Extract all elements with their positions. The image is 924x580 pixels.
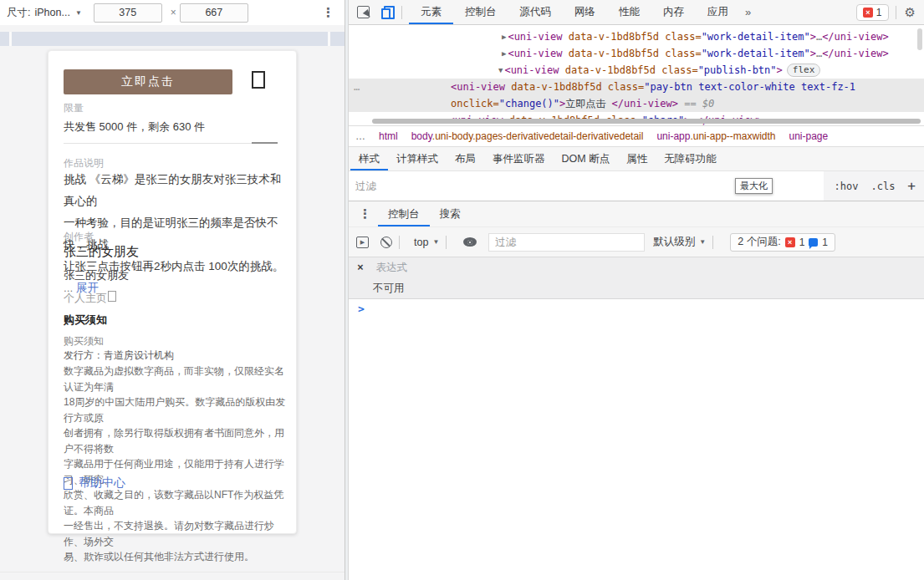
live-expression-eye-icon[interactable] [463,237,477,247]
drawer-kebab-menu-icon[interactable]: ⋮ [359,206,371,221]
elements-tree-row[interactable]: onclick="change()">立即点击 </uni-view> == $… [349,95,924,112]
console-filter-input[interactable] [488,233,645,252]
viewport-height-input[interactable] [180,3,248,23]
clear-console-icon[interactable] [380,237,392,248]
live-expression-block: × 表达式 不可用 [349,257,924,299]
breadcrumb-item[interactable]: uni-page [789,130,828,142]
code-segment: "work-detail-item" [702,48,810,59]
console-drawer-tab[interactable]: 控制台 [378,201,430,226]
devtools-panel: 元素控制台源代码网络性能内存应用 » × 1 ⚙ ▶<uni-view data… [349,0,924,580]
device-viewport: 立即点击 限量 共发售 5000 件，剩余 630 件 作品说明 挑战 《云梯》… [0,25,345,580]
issues-counter[interactable]: 2 个问题: × 1 1 [730,233,835,252]
tree-expand-icon[interactable]: ▶ [502,49,506,58]
cta-button[interactable]: 立即点击 [64,69,232,94]
breadcrumb-item[interactable]: html [379,130,398,142]
stock-text: 共发售 5000 件，剩余 630 件 [64,120,205,135]
close-icon[interactable]: × [352,257,369,278]
gear-icon[interactable]: ⚙ [905,5,916,20]
error-icon: × [863,8,873,18]
devtools-main-tab[interactable]: 应用 [696,0,740,24]
devtools-main-tab[interactable]: 内存 [651,0,696,24]
code-segment: class= [656,64,698,76]
code-segment: </uni-view> [822,48,888,59]
inspect-element-icon[interactable] [357,6,370,18]
separator [896,6,896,19]
breadcrumb-item[interactable]: uni-app.uni-app--maxwidth [656,130,775,142]
styles-panel-tab[interactable]: 计算样式 [388,147,447,170]
styles-panel-tab[interactable]: 属性 [618,147,656,170]
devtools-main-tab[interactable]: 源代码 [508,0,564,24]
device-toolbar: 尺寸: iPhon... ▼ × ⋮ [0,0,345,26]
chevron-down-icon[interactable]: ▼ [75,9,82,17]
devtools-main-tab[interactable]: 网络 [563,0,607,24]
console-drawer-tab[interactable]: 搜索 [430,201,471,226]
expression-placeholder[interactable]: 表达式 [375,262,407,273]
horizontal-scrollbar[interactable] [372,119,921,124]
creator-alias: 张三的女朋友 [64,268,129,283]
styles-filter-bar: 最大化 :hov .cls + [349,171,924,201]
styles-panel-tab[interactable]: DOM 断点 [554,147,619,170]
styles-panel-tab[interactable]: 样式 [350,147,388,170]
code-segment: "work-detail-item" [702,31,810,43]
console-drawer: ⋮ 控制台搜索 ▶ top ▼ 默认级别 ▼ [349,201,924,580]
devtools-main-toolbar: 元素控制台源代码网络性能内存应用 » × 1 ⚙ [349,0,924,25]
devtools-main-tab[interactable]: 元素 [409,0,453,24]
purchase-notice-subtitle: 购买须知 [64,334,104,349]
creator-name: 张三的女朋友 [64,244,139,260]
console-prompt[interactable]: > [349,299,924,321]
share-icon[interactable] [252,71,265,89]
vertical-scrollbar[interactable] [917,28,922,50]
help-icon [64,477,73,490]
elements-tree: ▶<uni-view data-v-1bd8bf5d class="work-d… [349,25,924,125]
device-size-label: 尺寸: [7,6,30,20]
screen: 尺寸: iPhon... ▼ × ⋮ 立即点击 限量 共发售 5000 件，剩余… [0,0,924,580]
execution-context-select[interactable]: top ▼ [414,237,439,248]
help-center-link[interactable]: 帮助中心 [64,476,125,491]
device-type-select[interactable]: iPhon... [34,7,69,18]
log-levels-select[interactable]: 默认级别 ▼ [653,235,706,249]
more-tabs-button[interactable]: » [740,6,756,18]
missing-glyph-icon [108,291,116,302]
row-overflow-marker: … [354,79,360,95]
profile-link[interactable]: 个人主页 [64,291,116,306]
code-segment: .uni-body.pages-derivativedetail-derivat… [432,130,644,142]
elements-tree-row[interactable]: ▼<uni-view data-v-1bd8bf5d class="publis… [349,62,924,79]
devtools-main-tab[interactable]: 性能 [607,0,651,24]
styles-panel-tab[interactable]: 无障碍功能 [656,147,725,170]
tree-collapse-icon[interactable]: ▼ [498,66,503,74]
code-segment: == $0 [678,98,714,109]
breadcrumb-item[interactable]: … [355,130,365,142]
code-segment: body [411,130,432,142]
code-segment: uni-page [789,130,828,142]
code-segment: 立即点击 [565,98,611,109]
device-toolbar-toggle-icon[interactable] [381,6,395,19]
issue-bubble-icon [809,238,818,247]
styles-panel-tab[interactable]: 布局 [447,147,484,170]
code-segment: data-v-1bd8bf5d [562,48,659,59]
toggle-class-button[interactable]: .cls [870,181,895,192]
console-sidebar-toggle-icon[interactable]: ▶ [356,237,369,248]
description-line: 挑战 《云梯》是张三的女朋友对张三技术和真心的 [64,169,286,212]
expression-result: 不可用 [373,282,405,294]
elements-tree-row[interactable]: ▶<uni-view data-v-1bd8bf5d class="work-d… [349,45,924,62]
new-style-rule-button[interactable]: + [907,178,916,194]
toggle-pseudo-button[interactable]: :hov [835,181,859,192]
devtools-main-tab[interactable]: 控制台 [453,0,508,24]
elements-tree-row[interactable]: ▶<uni-view data-v-1bd8bf5d class="work-d… [349,28,924,45]
viewport-width-input[interactable] [94,3,162,23]
flex-badge[interactable]: flex [787,64,821,77]
breadcrumb-item[interactable]: body.uni-body.pages-derivativedetail-der… [411,130,644,142]
error-badge[interactable]: × 1 [856,4,889,21]
page-header-strip [0,32,345,46]
separator [399,236,400,249]
elements-tree-row[interactable]: …<uni-view data-v-1bd8bf5d class="pay-bt… [349,79,924,95]
code-segment: … [355,130,365,142]
creator-label: 创作者 [64,230,94,244]
styles-panel-tab[interactable]: 事件监听器 [484,147,554,170]
tree-expand-icon[interactable]: ▶ [502,33,506,41]
code-segment: </uni-view> [822,31,888,43]
kebab-menu-icon[interactable]: ⋮ [322,5,334,20]
code-segment: > [810,48,816,59]
legal-text: 数字藏品为虚拟数字商品，而非实物，仅限经实名认证为年满 18周岁的中国大陆用户购… [64,364,286,565]
device-emulation-panel: 尺寸: iPhon... ▼ × ⋮ 立即点击 限量 共发售 5000 件，剩余… [0,0,345,580]
